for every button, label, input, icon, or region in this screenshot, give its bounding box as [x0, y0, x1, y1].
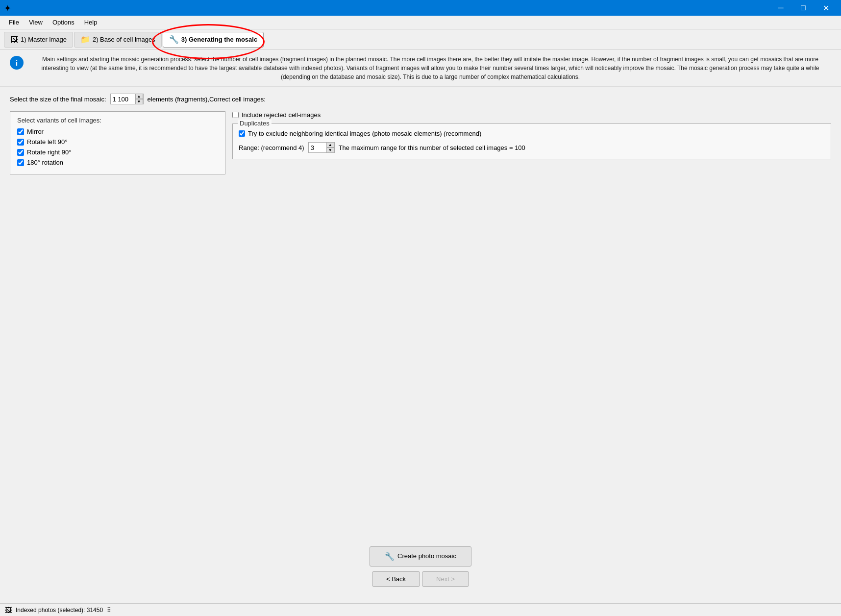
- try-exclude-row: Try to exclude neighboring identical ima…: [239, 130, 825, 137]
- back-button[interactable]: < Back: [372, 571, 420, 587]
- title-bar-controls: ─ □ ✕: [769, 0, 837, 16]
- size-spinner-buttons: ▲ ▼: [135, 94, 143, 104]
- menu-options[interactable]: Options: [48, 17, 79, 28]
- close-button[interactable]: ✕: [815, 0, 837, 16]
- range-increment-button[interactable]: ▲: [326, 142, 334, 148]
- checkbox-try-exclude[interactable]: [239, 130, 245, 137]
- label-mirror: Mirror: [27, 128, 44, 135]
- status-label: Indexed photos (selected): 31450: [16, 607, 103, 614]
- menu-view[interactable]: View: [24, 17, 48, 28]
- range-row: Range: (recommend 4) ▲ ▼ The maximum ran…: [239, 142, 825, 153]
- create-mosaic-icon: 🔧: [385, 552, 395, 561]
- menu-bar: File View Options Help: [0, 16, 841, 29]
- duplicates-group: Duplicates Try to exclude neighboring id…: [232, 123, 831, 159]
- panels-row: Select variants of cell images: Mirror R…: [10, 111, 831, 174]
- checkbox-rotate-left[interactable]: [17, 139, 24, 146]
- include-rejected-row: Include rejected cell-images: [232, 111, 831, 119]
- label-include-rejected: Include rejected cell-images: [242, 111, 321, 119]
- duplicates-group-title: Duplicates: [238, 120, 272, 127]
- app-icon: ✦: [4, 3, 14, 13]
- size-input[interactable]: [111, 94, 135, 104]
- label-rotate-left: Rotate left 90°: [27, 138, 68, 146]
- checkbox-rotate-right[interactable]: [17, 149, 24, 156]
- create-mosaic-label: Create photo mosaic: [397, 552, 456, 561]
- toolbar: 🖼 1) Master image 📁 2) Base of cell imag…: [0, 29, 841, 50]
- next-button[interactable]: Next >: [422, 571, 469, 587]
- info-icon: i: [10, 56, 24, 70]
- title-bar: ✦ ─ □ ✕: [0, 0, 841, 16]
- menu-help[interactable]: Help: [79, 17, 102, 28]
- status-bar: 🖼 Indexed photos (selected): 31450 ⠿: [0, 603, 841, 616]
- size-spinner[interactable]: ▲ ▼: [110, 94, 144, 104]
- variants-panel: Select variants of cell images: Mirror R…: [10, 111, 225, 174]
- step3-wrapper: 🔧 3) Generating the mosaic: [163, 32, 264, 48]
- step1-icon: 🖼: [10, 35, 18, 44]
- label-try-exclude: Try to exclude neighboring identical ima…: [248, 130, 481, 137]
- tab-step3[interactable]: 🔧 3) Generating the mosaic: [163, 32, 264, 48]
- checkbox-include-rejected[interactable]: [232, 112, 239, 118]
- range-spinner-buttons: ▲ ▼: [326, 142, 334, 153]
- range-label: Range: (recommend 4): [239, 144, 304, 151]
- tab-step1[interactable]: 🖼 1) Master image: [4, 32, 73, 48]
- checkbox-rotate-right-row: Rotate right 90°: [17, 148, 218, 156]
- size-increment-button[interactable]: ▲: [135, 94, 143, 99]
- checkbox-180-row: 180° rotation: [17, 159, 218, 166]
- variants-panel-title: Select variants of cell images:: [17, 117, 218, 124]
- menu-file[interactable]: File: [4, 17, 24, 28]
- step2-icon: 📁: [80, 35, 90, 44]
- size-suffix: elements (fragments),Correct cell images…: [148, 96, 266, 103]
- bottom-area: 🔧 Create photo mosaic < Back Next >: [10, 546, 831, 596]
- status-spinner: ⠿: [107, 607, 111, 614]
- range-spinner[interactable]: ▲ ▼: [308, 142, 335, 153]
- title-bar-left: ✦: [4, 3, 14, 13]
- info-text: Main settings and starting the mosaic ge…: [29, 55, 831, 81]
- step3-label: 3) Generating the mosaic: [181, 36, 257, 43]
- max-range-text: The maximum range for this number of sel…: [339, 144, 525, 151]
- minimize-button[interactable]: ─: [769, 0, 792, 16]
- size-decrement-button[interactable]: ▼: [135, 99, 143, 104]
- step3-icon: 🔧: [169, 35, 179, 44]
- range-input[interactable]: [309, 143, 326, 152]
- step2-label: 2) Base of cell images: [93, 36, 155, 43]
- step1-label: 1) Master image: [21, 36, 67, 43]
- checkbox-mirror-row: Mirror: [17, 128, 218, 135]
- size-row: Select the size of the final mosaic: ▲ ▼…: [10, 94, 831, 104]
- checkbox-180[interactable]: [17, 159, 24, 166]
- main-content: Select the size of the final mosaic: ▲ ▼…: [0, 87, 841, 603]
- checkbox-mirror[interactable]: [17, 128, 24, 135]
- checkbox-rotate-left-row: Rotate left 90°: [17, 138, 218, 146]
- status-icon: 🖼: [5, 606, 12, 614]
- label-rotate-right: Rotate right 90°: [27, 148, 71, 156]
- label-180: 180° rotation: [27, 159, 63, 166]
- maximize-button[interactable]: □: [792, 0, 815, 16]
- range-decrement-button[interactable]: ▼: [326, 148, 334, 153]
- tab-step2[interactable]: 📁 2) Base of cell images: [74, 32, 162, 48]
- create-mosaic-button[interactable]: 🔧 Create photo mosaic: [370, 546, 471, 567]
- nav-buttons: < Back Next >: [372, 571, 469, 587]
- right-panel: Include rejected cell-images Duplicates …: [225, 111, 831, 159]
- size-label: Select the size of the final mosaic:: [10, 96, 106, 103]
- info-section: i Main settings and starting the mosaic …: [0, 50, 841, 87]
